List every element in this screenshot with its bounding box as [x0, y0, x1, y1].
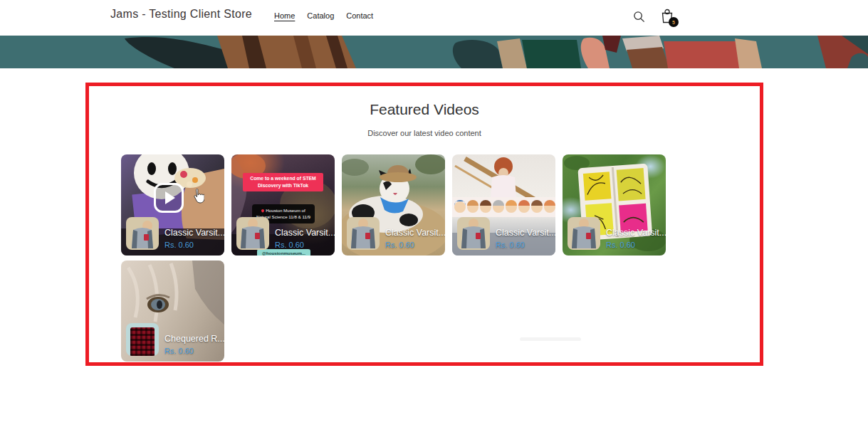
product-chip[interactable]: Classic Varsit... Rs. 0.60 [347, 217, 445, 250]
location-pin-icon [261, 209, 265, 213]
video-card-fluffy-cat[interactable]: Chequered R... Rs. 0.60 [121, 260, 224, 362]
product-chip[interactable]: Classic Varsit... Rs. 0.60 [126, 217, 224, 250]
product-info: Classic Varsit... Rs. 0.60 [385, 228, 445, 250]
product-price: Rs. 0.60 [496, 241, 555, 249]
product-info: Classic Varsit... Rs. 0.60 [275, 228, 335, 250]
cart-bag-icon[interactable]: 5 [658, 7, 676, 26]
search-icon[interactable] [629, 7, 648, 26]
product-title: Classic Varsit... [275, 228, 335, 238]
product-chip[interactable]: Classic Varsit... Rs. 0.60 [457, 217, 555, 250]
product-price: Rs. 0.60 [606, 241, 666, 249]
section-title: Featured Videos [89, 101, 760, 118]
section-subtitle: Discover our latest video content [89, 129, 760, 137]
hero-banner-illustration [0, 34, 868, 70]
nav-item-home[interactable]: Home [274, 11, 295, 20]
tiktok-banner-text: Come to a weekend of STEM Discovery with… [243, 173, 323, 191]
product-info: Classic Varsit... Rs. 0.60 [606, 228, 666, 250]
video-card-marshmello[interactable]: Classic Varsit... Rs. 0.60 [121, 154, 224, 256]
site-header: Jams - Testing Client Store Home Catalog… [0, 0, 868, 34]
product-thumbnail [126, 323, 159, 356]
product-thumbnail [236, 217, 269, 250]
video-card-museum[interactable]: Come to a weekend of STEM Discovery with… [231, 154, 335, 256]
hero-banner-art [0, 36, 868, 68]
video-card-cowboy-cat[interactable]: Classic Varsit... Rs. 0.60 [342, 154, 445, 256]
product-price: Rs. 0.60 [275, 241, 335, 249]
handle-badge: @houstonmuseum... [257, 249, 310, 256]
product-chip[interactable]: Classic Varsit... Rs. 0.60 [236, 217, 335, 250]
product-title: Classic Varsit... [496, 228, 555, 238]
product-info: Chequered R... Rs. 0.60 [164, 334, 224, 356]
product-chip[interactable]: Chequered R... Rs. 0.60 [126, 323, 224, 356]
hand-cursor-icon [192, 189, 204, 204]
product-thumbnail [126, 217, 159, 250]
cart-count-badge: 5 [669, 17, 679, 27]
store-title[interactable]: Jams - Testing Client Store [110, 8, 252, 21]
video-card-sketchbook[interactable]: Classic Varsit... Rs. 0.60 [563, 154, 666, 256]
product-price: Rs. 0.60 [385, 241, 445, 249]
product-price: Rs. 0.60 [164, 241, 224, 249]
product-info: Classic Varsit... Rs. 0.60 [496, 228, 555, 250]
product-chip[interactable]: Classic Varsit... Rs. 0.60 [568, 217, 666, 250]
video-grid: Classic Varsit... Rs. 0.60 Come to a wee… [121, 154, 669, 362]
product-price: Rs. 0.60 [164, 347, 224, 355]
video-card-figures[interactable]: Classic Varsit... Rs. 0.60 [452, 154, 555, 256]
play-triangle [165, 191, 175, 204]
play-icon[interactable] [154, 183, 184, 213]
product-thumbnail [347, 217, 380, 250]
header-icons: 5 [629, 7, 676, 26]
featured-videos-section: Featured Videos Discover our latest vide… [85, 83, 763, 366]
main-nav: Home Catalog Contact [274, 11, 373, 20]
product-title: Classic Varsit... [385, 228, 445, 238]
product-thumbnail [568, 217, 600, 250]
nav-item-contact[interactable]: Contact [346, 11, 373, 20]
product-thumbnail [457, 217, 490, 250]
nav-item-catalog[interactable]: Catalog [307, 11, 334, 20]
product-title: Classic Varsit... [606, 228, 666, 238]
product-info: Classic Varsit... Rs. 0.60 [164, 228, 224, 250]
product-title: Chequered R... [164, 334, 224, 344]
product-title: Classic Varsit... [164, 228, 224, 238]
plaid-shirt-graphic [130, 327, 155, 356]
carousel-scrollbar[interactable] [520, 337, 581, 341]
